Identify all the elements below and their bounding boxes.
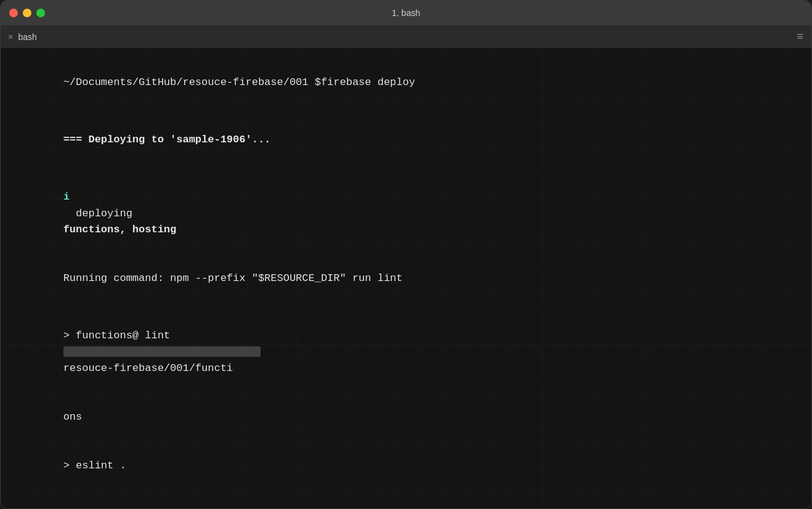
tab-label[interactable]: bash — [18, 32, 36, 42]
terminal-content: ~/Documents/GitHub/resouce-firebase/001 … — [13, 59, 799, 508]
title-bar: 1. bash — [1, 1, 811, 25]
tab-close-icon[interactable]: ✕ — [8, 31, 13, 42]
terminal-window: 1. bash ✕ bash ≡ ~/Documents/GitHub/reso… — [0, 0, 812, 509]
info-icon-1: i — [63, 191, 70, 203]
tab-bar: ✕ bash ≡ — [1, 25, 811, 49]
redacted-path — [63, 346, 261, 357]
minimize-button[interactable] — [23, 9, 31, 17]
lint-line-2: ons — [13, 393, 799, 442]
close-button[interactable] — [9, 9, 18, 17]
maximize-button[interactable] — [36, 9, 45, 17]
tab-menu-icon[interactable]: ≡ — [797, 31, 804, 43]
lint-line-1: > functions@ lint resouce-firebase/001/f… — [13, 312, 799, 393]
deploy-heading-line: === Deploying to 'sample-1906'... — [13, 116, 799, 165]
running-command-line: Running command: npm --prefix "$RESOURCE… — [13, 254, 799, 303]
check-predeploy-line: ✔ functions: Finished running predeploy … — [13, 499, 799, 508]
info-deploying-line: i deploying functions, hosting — [13, 173, 799, 254]
lint-line-3: > eslint . — [13, 442, 799, 491]
terminal-body[interactable]: ~/Documents/GitHub/resouce-firebase/001 … — [1, 49, 811, 508]
traffic-lights — [9, 9, 45, 17]
prompt-line: ~/Documents/GitHub/resouce-firebase/001 … — [13, 59, 799, 107]
window-title: 1. bash — [392, 8, 420, 18]
